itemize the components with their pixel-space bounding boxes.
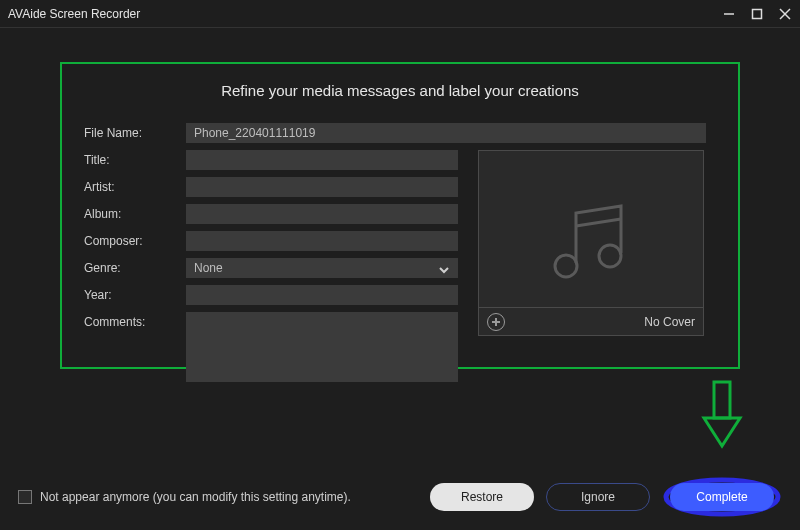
label-title: Title:	[84, 150, 186, 170]
comments-input[interactable]	[186, 312, 458, 382]
label-album: Album:	[84, 204, 186, 224]
label-artist: Artist:	[84, 177, 186, 197]
window-controls	[722, 7, 792, 21]
label-year: Year:	[84, 285, 186, 305]
music-note-icon	[536, 188, 646, 298]
filename-input[interactable]	[186, 123, 706, 143]
window-title: AVAide Screen Recorder	[8, 7, 722, 21]
year-input[interactable]	[186, 285, 458, 305]
titlebar: AVAide Screen Recorder	[0, 0, 800, 28]
ignore-button[interactable]: Ignore	[546, 483, 650, 511]
maximize-button[interactable]	[750, 7, 764, 21]
complete-button[interactable]: Complete	[670, 483, 774, 511]
metadata-panel: Refine your media messages and label you…	[60, 62, 740, 369]
album-input[interactable]	[186, 204, 458, 224]
composer-input[interactable]	[186, 231, 458, 251]
svg-marker-9	[704, 418, 740, 446]
arrow-down-annotation	[696, 380, 748, 450]
restore-button[interactable]: Restore	[430, 483, 534, 511]
cover-art-box: No Cover	[478, 150, 704, 336]
complete-highlight: Complete	[662, 477, 782, 517]
not-appear-checkbox[interactable]	[18, 490, 32, 504]
label-comments: Comments:	[84, 312, 186, 332]
artist-input[interactable]	[186, 177, 458, 197]
svg-rect-1	[753, 9, 762, 18]
genre-select[interactable]	[186, 258, 458, 278]
add-cover-button[interactable]	[487, 313, 505, 331]
title-input[interactable]	[186, 150, 458, 170]
label-composer: Composer:	[84, 231, 186, 251]
label-filename: File Name:	[84, 123, 186, 143]
not-appear-label: Not appear anymore (you can modify this …	[40, 490, 351, 504]
close-button[interactable]	[778, 7, 792, 21]
label-genre: Genre:	[84, 258, 186, 278]
svg-point-5	[599, 245, 621, 267]
footer-bar: Not appear anymore (you can modify this …	[0, 472, 800, 530]
no-cover-label: No Cover	[644, 315, 695, 329]
svg-rect-8	[714, 382, 730, 418]
panel-heading: Refine your media messages and label you…	[84, 82, 716, 99]
minimize-button[interactable]	[722, 7, 736, 21]
svg-point-4	[555, 255, 577, 277]
